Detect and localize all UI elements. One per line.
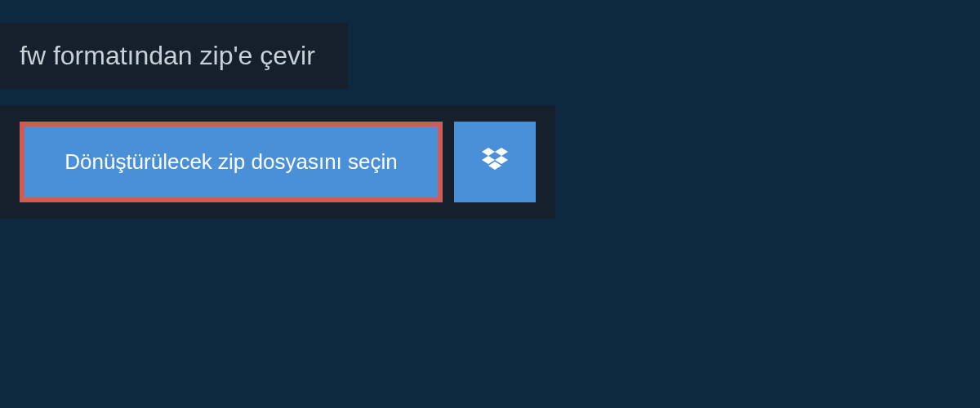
select-file-label: Dönüştürülecek zip dosyasını seçin	[65, 149, 398, 175]
dropbox-button[interactable]	[454, 122, 536, 202]
upload-card: Dönüştürülecek zip dosyasını seçin	[0, 105, 555, 219]
select-file-button[interactable]: Dönüştürülecek zip dosyasını seçin	[20, 122, 443, 202]
dropbox-icon	[479, 144, 511, 180]
page-title-tab: fw formatından zip'e çevir	[0, 23, 348, 89]
page-title: fw formatından zip'e çevir	[20, 41, 315, 70]
